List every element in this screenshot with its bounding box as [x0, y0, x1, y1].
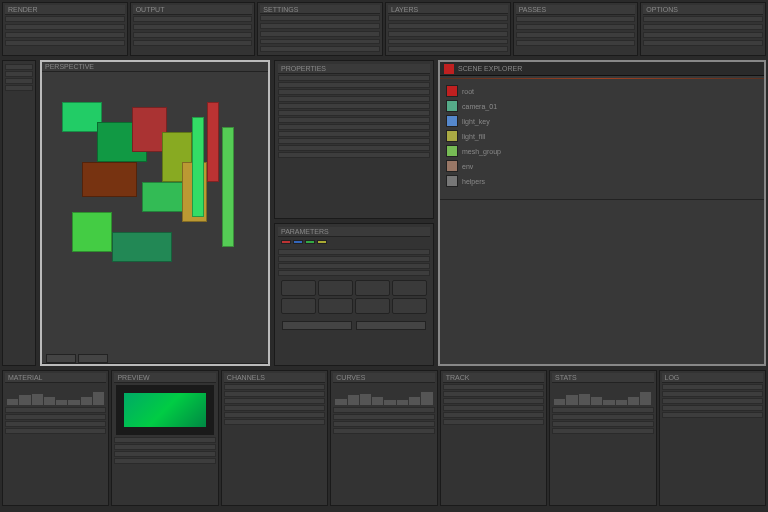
panel-row[interactable] [443, 412, 544, 418]
chip[interactable] [281, 240, 291, 244]
panel-row[interactable] [552, 428, 653, 434]
panel-row[interactable] [388, 39, 508, 45]
panel-row[interactable] [662, 412, 763, 418]
panel-row[interactable] [114, 444, 215, 450]
chip[interactable] [317, 240, 327, 244]
panel-row[interactable] [260, 23, 380, 29]
panel-row[interactable] [643, 24, 763, 30]
bar[interactable] [56, 400, 67, 405]
panel-row[interactable] [662, 391, 763, 397]
panel-title[interactable]: PASSES [516, 5, 636, 15]
bar[interactable] [616, 400, 627, 405]
panel-row[interactable] [333, 414, 434, 420]
bar[interactable] [384, 400, 395, 405]
panel-row[interactable] [552, 421, 653, 427]
explorer-item[interactable]: light_fill [446, 130, 758, 142]
bar[interactable] [7, 399, 18, 405]
tool-button[interactable] [355, 280, 390, 296]
bar[interactable] [81, 397, 92, 405]
panel-title[interactable]: PREVIEW [114, 373, 215, 383]
prop-row[interactable] [278, 124, 430, 130]
bar[interactable] [409, 397, 420, 405]
prop-row[interactable] [278, 103, 430, 109]
panel-row[interactable] [5, 428, 106, 434]
prop-row[interactable] [278, 75, 430, 81]
tool-button[interactable] [392, 280, 427, 296]
tool-button[interactable] [355, 298, 390, 314]
panel-row[interactable] [388, 46, 508, 52]
panel-row[interactable] [133, 16, 253, 22]
panel-row[interactable] [443, 384, 544, 390]
panel-row[interactable] [443, 391, 544, 397]
props-title[interactable]: PROPERTIES [278, 64, 430, 74]
vp-btn[interactable] [78, 354, 108, 363]
explorer-item[interactable]: helpers [446, 175, 758, 187]
param-row[interactable] [278, 256, 430, 262]
panel-title[interactable]: LAYERS [388, 5, 508, 14]
explorer-empty-area[interactable] [440, 199, 764, 364]
prop-row[interactable] [278, 117, 430, 123]
panel-row[interactable] [552, 407, 653, 413]
reset-button[interactable] [356, 321, 426, 330]
bar[interactable] [335, 399, 346, 405]
preview-thumb[interactable] [116, 385, 213, 435]
panel-row[interactable] [662, 398, 763, 404]
bar[interactable] [19, 395, 30, 405]
panel-row[interactable] [516, 16, 636, 22]
panel-row[interactable] [333, 421, 434, 427]
panel-title[interactable]: OPTIONS [643, 5, 763, 15]
bar[interactable] [640, 392, 651, 405]
panel-row[interactable] [5, 414, 106, 420]
panel-row[interactable] [5, 16, 125, 22]
panel-row[interactable] [5, 40, 125, 46]
bar[interactable] [628, 397, 639, 405]
viewport-title[interactable]: PERSPECTIVE [42, 62, 268, 72]
panel-row[interactable] [260, 31, 380, 37]
prop-row[interactable] [278, 152, 430, 158]
panel-row[interactable] [388, 15, 508, 21]
panel-row[interactable] [443, 405, 544, 411]
panel-title[interactable]: RENDER [5, 5, 125, 15]
panel-row[interactable] [333, 407, 434, 413]
viewport-window[interactable]: PERSPECTIVE [40, 60, 270, 366]
panel-row[interactable] [260, 15, 380, 21]
tool-button[interactable] [318, 280, 353, 296]
vp-btn[interactable] [46, 354, 76, 363]
explorer-item[interactable]: env [446, 160, 758, 172]
bar[interactable] [603, 400, 614, 405]
viewport-canvas[interactable] [42, 72, 268, 354]
panel-row[interactable] [224, 419, 325, 425]
panel-row[interactable] [516, 32, 636, 38]
bar[interactable] [93, 392, 104, 405]
panel-row[interactable] [5, 32, 125, 38]
prop-row[interactable] [278, 131, 430, 137]
panel-row[interactable] [552, 414, 653, 420]
panel-row[interactable] [224, 412, 325, 418]
tool-button[interactable] [392, 298, 427, 314]
scene-explorer-window[interactable]: SCENE EXPLORER rootcamera_01light_keylig… [438, 60, 766, 366]
explorer-item[interactable]: light_key [446, 115, 758, 127]
panel-row[interactable] [260, 39, 380, 45]
prop-row[interactable] [278, 96, 430, 102]
panel-title[interactable]: SETTINGS [260, 5, 380, 14]
bar[interactable] [421, 392, 432, 405]
panel-row[interactable] [114, 437, 215, 443]
explorer-item[interactable]: mesh_group [446, 145, 758, 157]
panel-row[interactable] [224, 405, 325, 411]
prop-row[interactable] [278, 89, 430, 95]
bar[interactable] [372, 397, 383, 405]
panel-row[interactable] [224, 391, 325, 397]
param-row[interactable] [278, 270, 430, 276]
chip[interactable] [293, 240, 303, 244]
panel-row[interactable] [643, 16, 763, 22]
bar[interactable] [554, 399, 565, 405]
panel-row[interactable] [133, 24, 253, 30]
bar[interactable] [360, 394, 371, 405]
explorer-item[interactable]: root [446, 85, 758, 97]
panel-row[interactable] [516, 40, 636, 46]
bar[interactable] [32, 394, 43, 405]
bar[interactable] [397, 400, 408, 405]
panel-row[interactable] [260, 46, 380, 52]
tool-button[interactable] [281, 280, 316, 296]
panel-title[interactable]: TRACK [443, 373, 544, 383]
